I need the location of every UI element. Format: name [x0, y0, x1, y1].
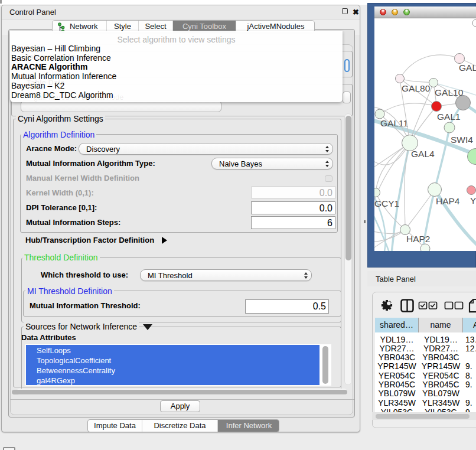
svg-text:GAL80: GAL80 [402, 83, 431, 93]
svg-text:SWI4: SWI4 [451, 135, 473, 145]
svg-text:GAL11: GAL11 [380, 118, 408, 128]
svg-text:GAL10: GAL10 [435, 87, 464, 97]
svg-text:YJ: YJ [470, 195, 476, 206]
svg-text:GAL7: GAL7 [459, 63, 476, 73]
svg-text:GCY1: GCY1 [374, 198, 399, 208]
svg-text:GAL4: GAL4 [411, 149, 435, 159]
svg-text:HAP2: HAP2 [406, 234, 431, 244]
svg-text:HAP4: HAP4 [436, 196, 460, 206]
svg-text:GAL1: GAL1 [437, 112, 461, 122]
